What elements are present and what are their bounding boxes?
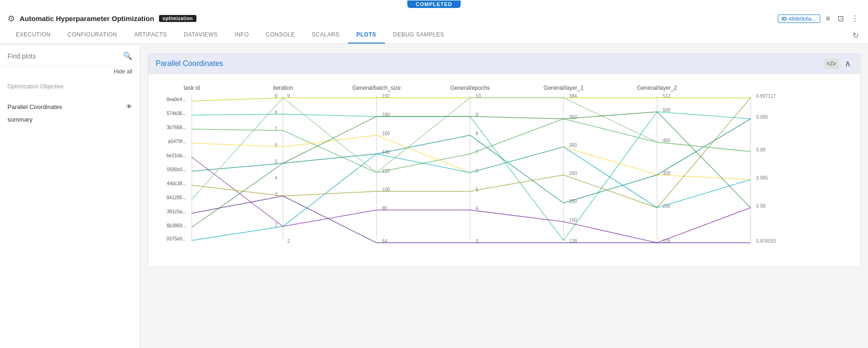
tab-artifacts[interactable]: ARTIFACTS bbox=[126, 27, 175, 44]
plot-content: task id iteration General/batch_size Gen… bbox=[148, 74, 860, 267]
svg-text:0.99: 0.99 bbox=[756, 147, 766, 152]
sidebar-section-optimization: Optimization Objective bbox=[0, 77, 140, 96]
menu-button[interactable]: ⋮ bbox=[849, 12, 861, 25]
tab-console[interactable]: CONSOLE bbox=[257, 27, 303, 44]
svg-text:7: 7 bbox=[476, 150, 478, 155]
search-container: 🔍 bbox=[0, 46, 140, 66]
tab-execution[interactable]: EXECUTION bbox=[7, 27, 59, 44]
nav-tabs: EXECUTION CONFIGURATION ARTIFACTS DATAVI… bbox=[7, 27, 861, 44]
svg-text:6b3869...: 6b3869... bbox=[166, 223, 186, 228]
plot-header: Parallel Coordinates </> ∧ bbox=[148, 54, 860, 74]
svg-text:4: 4 bbox=[476, 206, 478, 211]
tab-dataviews[interactable]: DATAVIEWS bbox=[175, 27, 226, 44]
search-icon[interactable]: 🔍 bbox=[123, 51, 132, 60]
code-button[interactable]: </> bbox=[824, 58, 839, 69]
app-title: Automatic Hyperparameter Optimization bbox=[20, 14, 154, 22]
svg-text:0.995: 0.995 bbox=[756, 115, 768, 120]
details-button[interactable]: ≡ bbox=[824, 13, 832, 25]
main-layout: 🔍 Hide all Optimization Objective Parall… bbox=[0, 46, 868, 348]
svg-text:iteration: iteration bbox=[273, 85, 293, 91]
sidebar-section-plots: Parallel Coordinates 👁 summary bbox=[0, 96, 140, 130]
svg-text:041285...: 041285... bbox=[166, 195, 186, 200]
svg-text:250: 250 bbox=[569, 171, 577, 176]
svg-text:General/layer_2: General/layer_2 bbox=[637, 85, 677, 91]
parallel-coords-chart: task id iteration General/batch_size Gen… bbox=[152, 81, 835, 259]
split-button[interactable]: ⊡ bbox=[836, 12, 846, 25]
tab-debug-samples[interactable]: DEBUG SAMPLES bbox=[385, 27, 453, 44]
plot-header-actions: </> ∧ bbox=[824, 58, 853, 69]
header-right: ID 48db0b8a... ≡ ⊡ ⋮ bbox=[778, 12, 861, 25]
svg-text:3b7668...: 3b7668... bbox=[166, 125, 186, 130]
svg-text:be21da...: be21da... bbox=[166, 153, 186, 158]
collapse-button[interactable]: ∧ bbox=[843, 58, 853, 69]
svg-text:0.976033: 0.976033 bbox=[756, 239, 776, 244]
status-bar: COMPLETED bbox=[0, 0, 868, 8]
header: ⚙ Automatic Hyperparameter Optimization … bbox=[0, 8, 868, 44]
svg-text:3: 3 bbox=[275, 192, 277, 197]
sidebar-item-summary[interactable]: summary bbox=[7, 113, 132, 126]
svg-text:8: 8 bbox=[476, 131, 478, 136]
hide-all-button[interactable]: Hide all bbox=[0, 66, 140, 77]
eye-icon[interactable]: 👁 bbox=[126, 103, 132, 110]
id-badge: ID 48db0b8a... bbox=[778, 14, 820, 23]
sidebar: 🔍 Hide all Optimization Objective Parall… bbox=[0, 46, 140, 348]
svg-text:440c38...: 440c38... bbox=[167, 181, 186, 186]
refresh-button[interactable]: ↻ bbox=[851, 29, 861, 42]
tab-configuration[interactable]: CONFIGURATION bbox=[59, 27, 126, 44]
status-badge: COMPLETED bbox=[407, 0, 461, 8]
svg-text:4: 4 bbox=[275, 175, 277, 181]
search-input[interactable] bbox=[7, 52, 123, 60]
content-area: Parallel Coordinates </> ∧ task id itera… bbox=[140, 46, 868, 348]
svg-text:a5479f...: a5479f... bbox=[168, 139, 186, 144]
svg-text:400: 400 bbox=[663, 138, 671, 143]
svg-text:0580c0...: 0580c0... bbox=[167, 167, 186, 172]
svg-text:2: 2 bbox=[275, 222, 277, 227]
svg-text:574b36...: 574b36... bbox=[166, 111, 186, 116]
sidebar-item-parallel-label: Parallel Coordinates bbox=[7, 103, 62, 110]
plot-title: Parallel Coordinates bbox=[156, 59, 223, 68]
svg-text:0.997117: 0.997117 bbox=[756, 94, 776, 99]
header-left: ⚙ Automatic Hyperparameter Optimization … bbox=[7, 14, 196, 24]
svg-text:0375e0...: 0375e0... bbox=[166, 236, 186, 241]
app-tag: optimization bbox=[159, 15, 197, 22]
id-label: ID bbox=[782, 16, 787, 22]
svg-text:8ea0e4...: 8ea0e4... bbox=[166, 97, 186, 102]
svg-text:General/epochs: General/epochs bbox=[450, 85, 490, 91]
app-icon: ⚙ bbox=[7, 14, 15, 24]
svg-text:350: 350 bbox=[569, 115, 577, 120]
tab-plots[interactable]: PLOTS bbox=[348, 27, 385, 44]
svg-text:0.985: 0.985 bbox=[756, 175, 768, 181]
svg-text:300: 300 bbox=[569, 143, 577, 148]
svg-text:150: 150 bbox=[569, 218, 577, 223]
tab-info[interactable]: INFO bbox=[226, 27, 258, 44]
svg-text:2: 2 bbox=[287, 239, 290, 244]
sidebar-item-parallel-coordinates[interactable]: Parallel Coordinates 👁 bbox=[7, 100, 132, 113]
svg-text:General/batch_size: General/batch_size bbox=[352, 85, 401, 91]
svg-text:160: 160 bbox=[382, 131, 390, 136]
tab-scalars[interactable]: SCALARS bbox=[303, 27, 348, 44]
plot-panel-parallel: Parallel Coordinates </> ∧ task id itera… bbox=[148, 53, 861, 267]
svg-text:task id: task id bbox=[184, 85, 200, 91]
sidebar-section-title-optimization: Optimization Objective bbox=[7, 80, 132, 93]
svg-text:General/layer_1: General/layer_1 bbox=[543, 85, 584, 91]
svg-text:381c5a...: 381c5a... bbox=[167, 209, 186, 214]
id-value: 48db0b8a... bbox=[789, 16, 816, 22]
svg-text:6: 6 bbox=[275, 143, 277, 148]
svg-rect-0 bbox=[152, 81, 835, 259]
svg-text:0.98: 0.98 bbox=[756, 203, 766, 209]
sidebar-item-summary-label: summary bbox=[7, 116, 32, 123]
